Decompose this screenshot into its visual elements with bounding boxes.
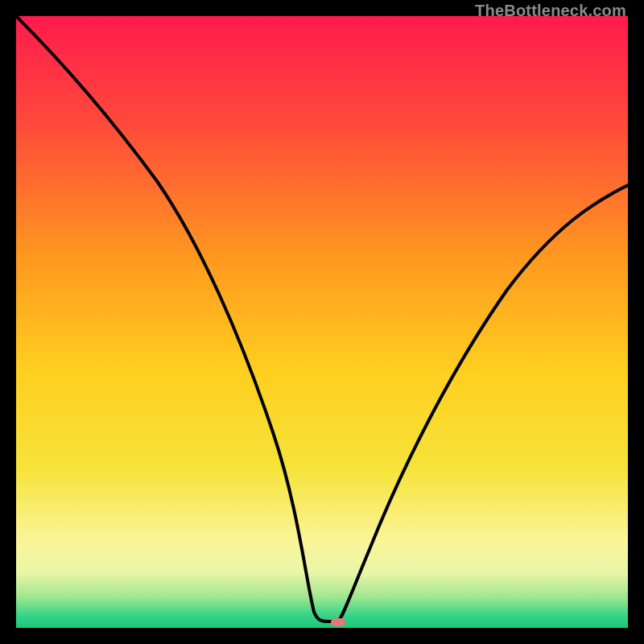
chart-container: TheBottleneck.com	[0, 0, 644, 644]
bottleneck-curve	[16, 16, 628, 628]
plot-area	[16, 16, 628, 628]
minimum-marker	[331, 618, 345, 626]
